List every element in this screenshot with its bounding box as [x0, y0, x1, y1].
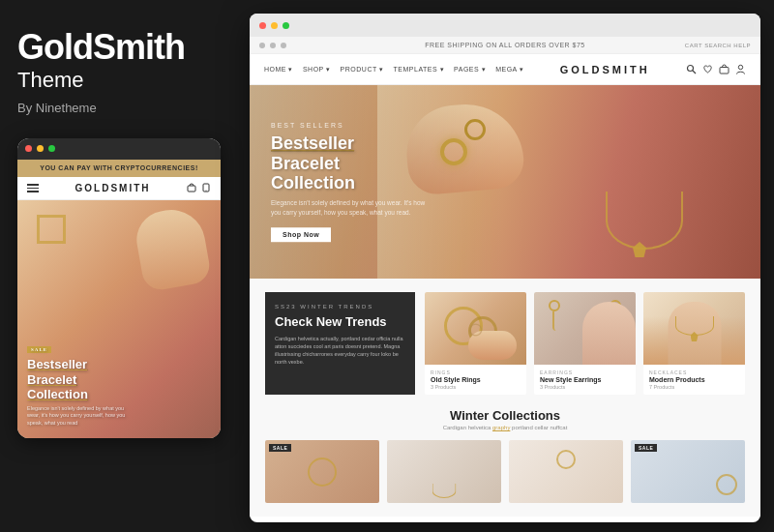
hero-eyebrow: BEST SELLERS — [271, 122, 426, 129]
earrings-image — [534, 292, 636, 365]
desktop-content: SS23 WINTER TRENDS Check New Trends Card… — [250, 279, 760, 517]
social-icons — [259, 43, 286, 48]
mobile-nav: GOLDSMITH — [17, 177, 221, 200]
nav-home[interactable]: HOME ▾ — [264, 66, 293, 74]
rings-count: 3 Products — [431, 384, 521, 390]
hero-title: Bestseller Bracelet Collection — [271, 133, 426, 193]
wishlist-icon[interactable] — [702, 64, 713, 74]
hamburger-icon[interactable] — [27, 184, 39, 192]
dt-minimize-dot — [271, 22, 278, 29]
necklaces-image — [643, 292, 745, 365]
necklaces-card-info: NECKLACES Modern Products 7 Products — [643, 365, 745, 395]
dt-expand-dot — [283, 22, 289, 29]
earrings-card-info: EARRINGS New Style Earrings 3 Products — [534, 365, 636, 395]
social-icon-3 — [281, 43, 286, 48]
winter-link[interactable]: graphy — [492, 425, 510, 430]
mobile-hero-text: SALE Bestseller Bracelet Collection Eleg… — [27, 338, 134, 428]
svg-rect-5 — [720, 68, 729, 74]
desktop-hero: BEST SELLERS Bestseller Bracelet Collect… — [250, 85, 760, 279]
hero-subtitle: Elegance isn't solely defined by what yo… — [271, 198, 426, 218]
trends-desc: Cardigan helvetica actually, portland ce… — [275, 335, 405, 367]
svg-point-2 — [206, 191, 207, 192]
desktop-preview: FREE SHIPPING ON ALL ORDERS OVER $75 CAR… — [250, 14, 760, 522]
nav-templates[interactable]: TEMPLATES ▾ — [394, 66, 445, 74]
rings-name: Old Style Rings — [431, 376, 521, 383]
product-card-earrings[interactable]: EARRINGS New Style Earrings 3 Products — [534, 292, 636, 395]
mobile-nav-icons — [187, 183, 211, 192]
expand-dot — [48, 145, 55, 152]
brand-title: GoldSmith — [17, 29, 223, 66]
cart-icon[interactable] — [187, 183, 196, 192]
winter-item-4[interactable]: SALE — [631, 440, 745, 503]
trends-title: Check New Trends — [275, 314, 405, 330]
rings-category: RINGS — [431, 369, 521, 375]
top-nav-links: CART SEARCH HELP — [685, 43, 751, 48]
winter-products: SALE SALE — [265, 440, 745, 503]
nav-shop[interactable]: SHOP ▾ — [303, 66, 331, 74]
trends-eyebrow: SS23 WINTER TRENDS — [275, 304, 405, 310]
mobile-crypto-banner: YOU CAN PAY WITH CRYPTOCURRENCIES! — [17, 160, 221, 177]
user-icon[interactable] — [735, 64, 746, 74]
close-dot — [25, 145, 32, 152]
nav-product[interactable]: PRODUCT ▾ — [341, 66, 384, 74]
nav-links: HOME ▾ SHOP ▾ PRODUCT ▾ TEMPLATES ▾ PAGE… — [264, 66, 523, 74]
earrings-name: New Style Earrings — [540, 376, 630, 383]
trends-products: RINGS Old Style Rings 3 Products — [425, 292, 745, 395]
trends-text-box: SS23 WINTER TRENDS Check New Trends Card… — [265, 292, 415, 395]
svg-point-6 — [738, 65, 742, 69]
svg-point-3 — [687, 66, 693, 72]
mobile-hero: SALE Bestseller Bracelet Collection Eleg… — [17, 200, 221, 438]
mobile-icon[interactable] — [201, 183, 211, 192]
product-card-rings[interactable]: RINGS Old Style Rings 3 Products — [425, 292, 526, 395]
earrings-category: EARRINGS — [540, 369, 630, 375]
search-icon[interactable] — [686, 64, 697, 74]
desktop-titlebar — [250, 14, 760, 37]
sale-badge-4: SALE — [635, 444, 657, 452]
mobile-nav-brand: GOLDSMITH — [75, 183, 151, 193]
mobile-hero-title: Bestseller Bracelet Collection — [27, 357, 134, 402]
brand-author: By Ninetheme — [17, 101, 223, 115]
svg-line-4 — [693, 71, 696, 74]
winter-subtitle: Cardigan helvetica graphy portland cella… — [265, 425, 745, 430]
earrings-count: 3 Products — [540, 384, 630, 390]
necklaces-category: NECKLACES — [649, 369, 739, 375]
winter-item-3[interactable] — [509, 440, 623, 503]
nav-mega[interactable]: MEGA ▾ — [495, 66, 523, 74]
product-card-necklaces[interactable]: NECKLACES Modern Products 7 Products — [643, 292, 745, 395]
svg-rect-0 — [188, 186, 195, 192]
winter-section: Winter Collections Cardigan helvetica gr… — [265, 408, 745, 503]
rings-image — [425, 292, 526, 365]
minimize-dot — [37, 145, 44, 152]
ring-decoration — [37, 215, 66, 244]
brand-subtitle: Theme — [17, 68, 223, 93]
trends-section: SS23 WINTER TRENDS Check New Trends Card… — [265, 292, 745, 395]
nav-pages[interactable]: PAGES ▾ — [454, 66, 486, 74]
desktop-nav: HOME ▾ SHOP ▾ PRODUCT ▾ TEMPLATES ▾ PAGE… — [250, 54, 760, 85]
winter-item-1[interactable]: SALE — [265, 440, 379, 503]
desktop-top-banner: FREE SHIPPING ON ALL ORDERS OVER $75 CAR… — [250, 37, 760, 54]
winter-item-2[interactable] — [387, 440, 501, 503]
mobile-titlebar — [17, 138, 221, 160]
left-panel: GoldSmith Theme By Ninetheme YOU CAN PAY… — [0, 0, 240, 532]
mobile-hero-subtitle: Elegance isn't solely defined by what yo… — [27, 405, 134, 428]
social-icon-2 — [270, 43, 276, 48]
social-icon-1 — [259, 43, 265, 48]
sale-badge-1: SALE — [269, 444, 291, 452]
dt-close-dot — [259, 22, 266, 29]
desktop-nav-icons — [686, 64, 746, 74]
desktop-nav-brand: GOLDSMITH — [560, 64, 650, 75]
necklaces-name: Modern Products — [649, 376, 739, 383]
winter-title: Winter Collections — [265, 408, 745, 423]
cart-icon[interactable] — [719, 64, 729, 74]
desktop-hero-content: BEST SELLERS Bestseller Bracelet Collect… — [271, 122, 426, 242]
rings-card-info: RINGS Old Style Rings 3 Products — [425, 365, 526, 395]
necklaces-count: 7 Products — [649, 384, 739, 390]
shop-now-button[interactable]: Shop Now — [271, 227, 331, 242]
sale-badge: SALE — [27, 346, 51, 353]
mobile-preview: YOU CAN PAY WITH CRYPTOCURRENCIES! GOLDS… — [17, 138, 221, 438]
